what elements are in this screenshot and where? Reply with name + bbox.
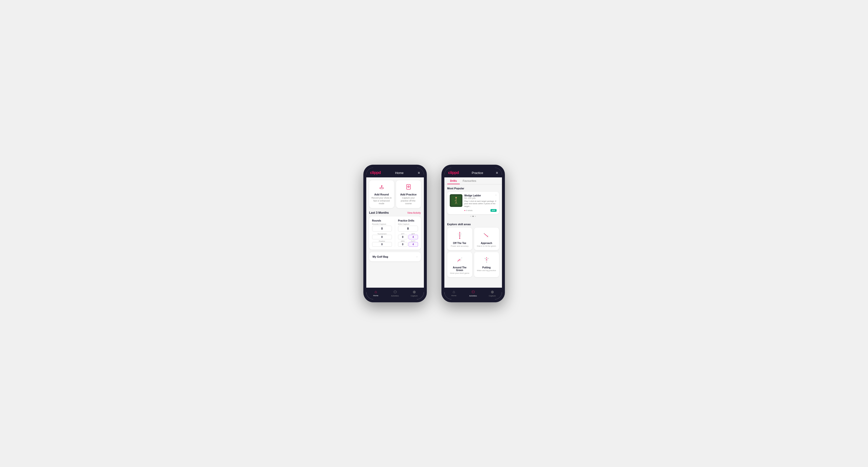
drill-shots: ● 9 shots: [464, 209, 473, 212]
capture-nav-icon-2: ⊕: [491, 290, 494, 294]
add-practice-title: Add Practice: [400, 193, 416, 196]
svg-point-38: [485, 258, 485, 259]
drills-capture-value: 8: [398, 226, 418, 231]
home-nav-label-2: Home: [451, 294, 456, 297]
drill-footer: ● 9 shots APP: [464, 209, 497, 212]
phone-home: clippd Home ≡ Add Round Record your: [363, 165, 427, 302]
nav-activities-practice[interactable]: ⚇ Activities: [463, 290, 483, 297]
home-content: Add Round Record your shots in fast or e…: [366, 177, 424, 288]
star-icon[interactable]: ☆: [495, 194, 497, 196]
activities-nav-icon: ⚇: [393, 290, 397, 294]
view-activity-link[interactable]: View Activity: [407, 212, 421, 214]
bottom-nav-practice: ⌂ Home ⚇ Activities ⊕ Capture: [444, 288, 502, 300]
app-label: APP: [408, 233, 418, 235]
add-practice-card[interactable]: Add Practice Capture your practice off-t…: [396, 180, 421, 208]
tab-drills[interactable]: Drills: [447, 177, 460, 184]
svg-point-35: [486, 259, 487, 260]
add-practice-subtitle: Capture your practice off-the-course: [398, 197, 419, 205]
practice-value: 0: [372, 242, 392, 247]
svg-point-8: [455, 197, 457, 198]
capture-nav-label-2: Capture: [489, 295, 496, 297]
practice-logo: clippd: [448, 170, 459, 175]
nav-home[interactable]: ⌂ Home: [366, 290, 385, 297]
activities-nav-label: Activities: [391, 295, 399, 297]
practice-tabs: Drills Favourites: [444, 177, 502, 184]
svg-line-17: [460, 233, 462, 238]
drills-col: Practice Drills Drils Capture 8 OTT 0 AP…: [398, 219, 418, 247]
activities-nav-icon-2: ⚇: [471, 290, 475, 294]
home-nav-icon: ⌂: [375, 290, 377, 294]
svg-point-19: [459, 232, 460, 233]
tab-favourites[interactable]: Favourites: [460, 177, 479, 184]
svg-point-25: [485, 235, 485, 235]
skill-around-the-green[interactable]: Around The Green Hone your short game: [447, 252, 472, 277]
arg-label: ARG: [398, 240, 407, 242]
putt-value: 4: [408, 242, 418, 247]
putting-icon: [482, 255, 492, 265]
app-badge: APP: [491, 209, 496, 212]
add-round-subtitle: Record your shots in fast or enhanced mo…: [371, 197, 392, 205]
around-the-green-desc: Hone your short game: [450, 272, 469, 274]
approach-name: Approach: [481, 242, 492, 245]
around-the-green-icon: [455, 255, 465, 265]
practice-content: Most Popular ☆: [444, 184, 502, 288]
approach-icon: [482, 230, 492, 240]
approach-desc: Dial-in to hit the green: [477, 245, 496, 247]
putting-desc: Make and lag practice: [477, 269, 496, 272]
add-round-card[interactable]: Add Round Record your shots in fast or e…: [369, 180, 394, 208]
around-the-green-name: Around The Green: [450, 266, 470, 272]
dot-1: [470, 216, 471, 217]
golf-bag-chevron: ›: [416, 255, 417, 258]
drills-capture-label: Drils Capture: [398, 223, 418, 225]
skill-approach[interactable]: Approach Dial-in to hit the green: [474, 228, 499, 250]
logo: clippd: [370, 170, 381, 175]
golf-bag-label: My Golf Bag: [373, 255, 388, 258]
header-practice: clippd Practice ≡: [444, 167, 502, 177]
nav-home-practice[interactable]: ⌂ Home: [444, 290, 464, 297]
ott-label: OTT: [398, 233, 407, 235]
rounds-title: Rounds: [372, 219, 392, 222]
practice-label: Practice: [372, 240, 392, 242]
svg-point-24: [487, 236, 488, 237]
add-round-title: Add Round: [374, 193, 389, 196]
putting-name: Putting: [482, 266, 491, 269]
svg-point-18: [459, 238, 460, 239]
add-practice-icon: [405, 183, 412, 191]
drill-card[interactable]: ☆ Wedge Ladder: [447, 192, 499, 214]
capture-nav-label: Capture: [411, 295, 417, 297]
practice-menu-icon[interactable]: ≡: [496, 171, 498, 175]
rounds-capture-label: Rounds Capture: [372, 223, 392, 225]
nav-capture[interactable]: ⊕ Capture: [405, 290, 424, 297]
nav-capture-practice[interactable]: ⊕ Capture: [483, 290, 502, 297]
skill-off-the-tee[interactable]: Off The Tee Power and accuracy: [447, 228, 472, 250]
svg-point-37: [488, 258, 488, 259]
skill-grid: Off The Tee Power and accuracy: [447, 228, 499, 277]
phone-practice: clippd Practice ≡ Drills Favourites Most…: [441, 165, 505, 302]
header-title: Home: [395, 171, 404, 175]
menu-icon[interactable]: ≡: [418, 171, 420, 175]
off-the-tee-desc: Power and accuracy: [451, 245, 468, 247]
drill-info: Wedge Ladder 50–100 yds Play 1 shot at e…: [464, 194, 497, 212]
off-the-tee-icon: [455, 230, 465, 240]
add-round-icon: [378, 183, 385, 191]
skill-putting[interactable]: Putting Make and lag practice: [474, 252, 499, 277]
drill-desc: Play 1 shot at each target yardage. If y…: [464, 200, 497, 208]
drill-yds: 50–100 yds: [464, 197, 497, 199]
rounds-col: Rounds Rounds Capture 0 Tournament 0 Pra…: [372, 219, 392, 247]
capture-nav-icon: ⊕: [413, 290, 416, 294]
dot-2: [472, 216, 474, 217]
off-the-tee-name: Off The Tee: [453, 242, 466, 245]
stats-panel: Rounds Rounds Capture 0 Tournament 0 Pra…: [369, 216, 421, 250]
rounds-capture-value: 0: [372, 226, 392, 231]
home-nav-icon-2: ⌂: [453, 290, 455, 294]
svg-point-39: [486, 262, 487, 262]
header-home: clippd Home ≡: [366, 167, 424, 177]
activity-header: Last 3 Months View Activity: [369, 211, 421, 215]
nav-activities[interactable]: ⚇ Activities: [385, 290, 405, 297]
drills-title: Practice Drills: [398, 219, 418, 222]
dot-3: [475, 216, 476, 217]
arg-value: 0: [398, 242, 407, 247]
practice-header-title: Practice: [472, 171, 483, 175]
golf-bag-row[interactable]: My Golf Bag ›: [369, 252, 421, 261]
bottom-nav-home: ⌂ Home ⚇ Activities ⊕ Capture: [366, 288, 424, 300]
